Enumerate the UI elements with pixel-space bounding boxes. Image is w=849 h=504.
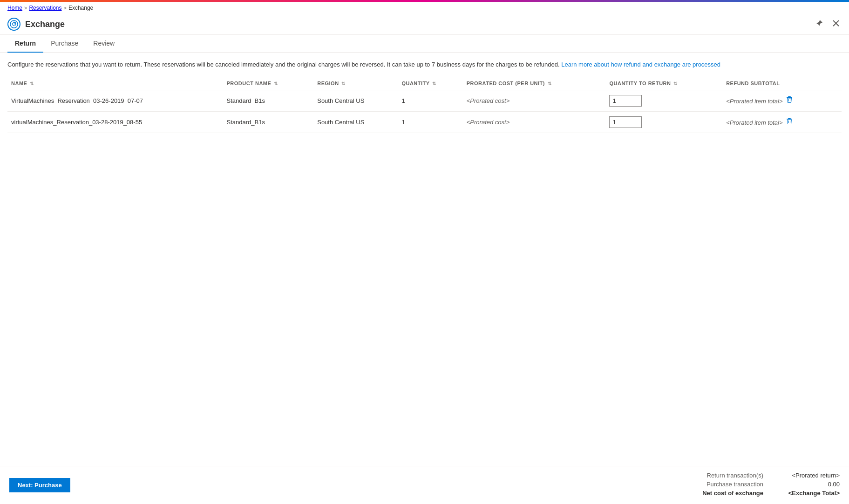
- quantity-to-return-input[interactable]: [609, 95, 642, 107]
- col-quantity-to-return: QUANTITY TO RETURN ⇅: [605, 77, 722, 90]
- return-transaction-label: Return transaction(s): [679, 472, 763, 479]
- footer-left: Next: Purchase: [9, 478, 70, 492]
- cell-prorated-cost: <Prorated cost>: [463, 111, 606, 133]
- col-quantity: QUANTITY ⇅: [398, 77, 462, 90]
- breadcrumb-current: Exchange: [68, 5, 93, 11]
- cell-region: South Central US: [313, 90, 398, 111]
- delete-row-button[interactable]: [783, 116, 796, 128]
- purchase-transaction-value: 0.00: [774, 481, 840, 488]
- breadcrumb: Home > Reservations > Exchange: [0, 2, 849, 14]
- sort-icon-name: ⇅: [30, 81, 34, 86]
- cell-product-name: Standard_B1s: [223, 90, 314, 111]
- table-row: virtualMachines_Reservation_03-28-2019_0…: [7, 111, 842, 133]
- col-name: NAME ⇅: [7, 77, 223, 90]
- net-cost-value: <Exchange Total>: [774, 490, 840, 497]
- cell-product-name: Standard_B1s: [223, 111, 314, 133]
- breadcrumb-home[interactable]: Home: [7, 5, 22, 11]
- sort-icon-qty-return: ⇅: [673, 81, 678, 86]
- purchase-transaction-label: Purchase transaction: [679, 481, 763, 488]
- table-row: VirtualMachines_Reservation_03-26-2019_0…: [7, 90, 842, 111]
- svg-rect-9: [787, 119, 792, 120]
- page-header: ⏱ Exchange: [0, 14, 849, 35]
- return-transaction-value: <Prorated return>: [774, 472, 840, 479]
- tab-return[interactable]: Return: [7, 35, 43, 53]
- reservations-table: NAME ⇅ PRODUCT NAME ⇅ REGION ⇅ QUANTITY …: [7, 77, 842, 133]
- breadcrumb-reservations[interactable]: Reservations: [29, 5, 61, 11]
- table-header-row: NAME ⇅ PRODUCT NAME ⇅ REGION ⇅ QUANTITY …: [7, 77, 842, 90]
- cell-quantity: 1: [398, 111, 462, 133]
- svg-rect-8: [788, 118, 791, 119]
- svg-rect-5: [787, 97, 792, 98]
- cell-quantity: 1: [398, 90, 462, 111]
- sort-icon-prorated: ⇅: [548, 81, 552, 86]
- net-cost-row: Net cost of exchange <Exchange Total>: [679, 490, 840, 497]
- footer-summary: Return transaction(s) <Prorated return> …: [679, 472, 840, 498]
- sort-icon-product: ⇅: [274, 81, 278, 86]
- exchange-icon: ⏱: [7, 18, 20, 31]
- learn-more-link[interactable]: Learn more about how refund and exchange…: [561, 61, 720, 68]
- page-header-left: ⏱ Exchange: [7, 18, 65, 31]
- next-purchase-button[interactable]: Next: Purchase: [9, 478, 70, 492]
- cell-quantity-to-return: [605, 90, 722, 111]
- close-button[interactable]: [830, 18, 842, 31]
- return-transaction-row: Return transaction(s) <Prorated return>: [679, 472, 840, 479]
- pin-button[interactable]: [814, 18, 825, 31]
- col-product-name: PRODUCT NAME ⇅: [223, 77, 314, 90]
- header-actions: [814, 18, 842, 31]
- svg-rect-4: [788, 96, 791, 97]
- cell-prorated-cost: <Prorated cost>: [463, 90, 606, 111]
- cell-name: virtualMachines_Reservation_03-28-2019_0…: [7, 111, 223, 133]
- purchase-transaction-row: Purchase transaction 0.00: [679, 481, 840, 488]
- tab-purchase[interactable]: Purchase: [43, 35, 86, 53]
- delete-row-button[interactable]: [783, 95, 796, 106]
- sort-icon-quantity: ⇅: [432, 81, 436, 86]
- cell-region: South Central US: [313, 111, 398, 133]
- quantity-to-return-input[interactable]: [609, 116, 642, 128]
- col-region: REGION ⇅: [313, 77, 398, 90]
- tab-review[interactable]: Review: [86, 35, 122, 53]
- cell-quantity-to-return: [605, 111, 722, 133]
- info-text: Configure the reservations that you want…: [7, 60, 842, 69]
- col-prorated-cost: PRORATED COST (PER UNIT) ⇅: [463, 77, 606, 90]
- tabs-bar: Return Purchase Review: [0, 35, 849, 53]
- sort-icon-region: ⇅: [341, 81, 346, 86]
- cell-refund-subtotal: <Prorated item total>: [722, 90, 842, 111]
- footer: Next: Purchase Return transaction(s) <Pr…: [0, 466, 849, 504]
- page-title: Exchange: [25, 20, 65, 29]
- content-area: Configure the reservations that you want…: [0, 53, 849, 466]
- breadcrumb-sep-1: >: [24, 5, 27, 11]
- cell-refund-subtotal: <Prorated item total>: [722, 111, 842, 133]
- net-cost-label: Net cost of exchange: [679, 490, 763, 497]
- svg-text:⏱: ⏱: [12, 21, 17, 27]
- cell-name: VirtualMachines_Reservation_03-26-2019_0…: [7, 90, 223, 111]
- breadcrumb-sep-2: >: [63, 5, 66, 11]
- col-refund-subtotal: REFUND SUBTOTAL: [722, 77, 842, 90]
